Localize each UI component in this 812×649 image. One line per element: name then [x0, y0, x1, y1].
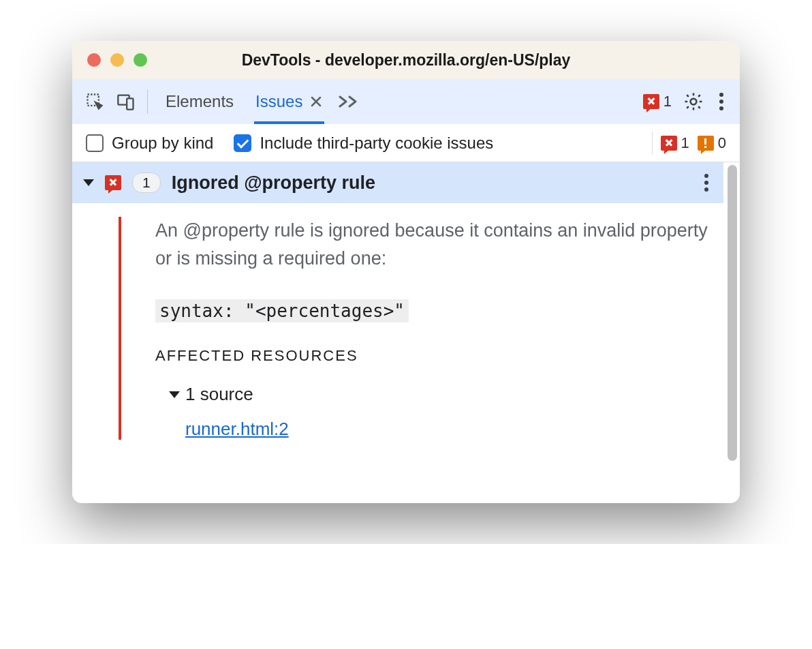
group-by-kind-checkbox[interactable]: Group by kind	[86, 134, 213, 153]
checkbox-checked	[234, 134, 251, 152]
source-link[interactable]: runner.html:2	[185, 419, 289, 439]
tab-issues[interactable]: Issues	[255, 79, 323, 124]
expand-toggle-icon[interactable]	[169, 391, 180, 398]
svg-rect-2	[127, 98, 133, 109]
code-snippet: syntax: "<percentages>"	[155, 299, 409, 322]
checkbox-label: Group by kind	[112, 134, 213, 153]
inspect-element-icon[interactable]	[84, 91, 105, 112]
error-icon	[105, 175, 121, 190]
main-toolbar: Elements Issues 1	[72, 79, 740, 124]
issue-count-pill: 1	[132, 172, 161, 193]
checkbox-label: Include third-party cookie issues	[260, 134, 493, 153]
options-divider	[652, 132, 653, 155]
error-icon	[643, 94, 659, 109]
options-bar: Group by kind Include third-party cookie…	[72, 124, 740, 162]
issue-title: Ignored @property rule	[172, 172, 375, 194]
tab-elements[interactable]: Elements	[166, 79, 234, 124]
error-indicator[interactable]: 1	[643, 93, 672, 110]
error-count: 1	[663, 93, 672, 110]
devtools-window: DevTools - developer.mozilla.org/en-US/p…	[72, 41, 740, 503]
severity-indicator	[119, 217, 121, 440]
close-window-button[interactable]	[87, 53, 101, 67]
error-icon	[661, 136, 677, 151]
source-row[interactable]: 1 source	[169, 384, 710, 405]
error-count: 1	[681, 134, 689, 152]
issues-panel: 1 Ignored @property rule An @property ru…	[72, 162, 740, 503]
window-title: DevTools - developer.mozilla.org/en-US/p…	[242, 51, 571, 70]
tab-label: Issues	[255, 92, 302, 111]
checkbox-unchecked	[86, 134, 104, 152]
window-controls	[87, 53, 147, 67]
more-options-icon[interactable]	[715, 89, 728, 115]
close-tab-icon[interactable]	[309, 95, 323, 108]
warning-icon	[698, 136, 714, 151]
expand-toggle-icon[interactable]	[83, 179, 94, 186]
warning-count: 0	[718, 134, 726, 152]
maximize-window-button[interactable]	[134, 53, 147, 67]
toolbar-divider	[147, 89, 148, 114]
tab-label: Elements	[166, 92, 234, 111]
svg-point-5	[691, 99, 697, 105]
titlebar: DevTools - developer.mozilla.org/en-US/p…	[72, 41, 740, 79]
issue-menu-icon[interactable]	[700, 170, 713, 196]
affected-resources-heading: AFFECTED RESOURCES	[155, 347, 710, 365]
more-tabs-icon[interactable]	[338, 79, 361, 124]
issue-body: An @property rule is ignored because it …	[72, 203, 723, 440]
error-count-pill[interactable]: 1	[661, 134, 689, 152]
source-count-label: 1 source	[185, 384, 253, 405]
settings-icon[interactable]	[683, 91, 704, 112]
scrollbar[interactable]	[728, 165, 737, 461]
include-third-party-checkbox[interactable]: Include third-party cookie issues	[234, 134, 493, 153]
device-toolbar-icon[interactable]	[116, 91, 136, 112]
warning-count-pill[interactable]: 0	[698, 134, 726, 152]
tab-strip: Elements Issues	[166, 79, 361, 124]
issue-description: An @property rule is ignored because it …	[155, 217, 710, 272]
minimize-window-button[interactable]	[110, 53, 124, 67]
issue-header[interactable]: 1 Ignored @property rule	[72, 162, 723, 203]
